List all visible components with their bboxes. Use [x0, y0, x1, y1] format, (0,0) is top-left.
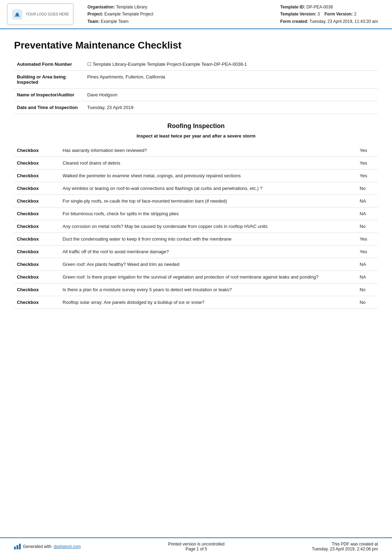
checklist-value: Yes: [357, 170, 378, 182]
info-row: Date and Time of Inspection Tuesday, 23 …: [14, 101, 378, 114]
info-label: Automated Form Number: [14, 58, 84, 71]
checklist-value: NA: [357, 208, 378, 220]
checklist-row: Checkbox Green roof: Is there proper irr…: [14, 271, 378, 283]
template-version-value: 3: [317, 12, 320, 17]
header: YOUR LOGO GOES HERE Organisation: Templa…: [0, 0, 392, 29]
checklist-value: NA: [357, 195, 378, 208]
checklist-description: For bituminous roofs, check for splits i…: [60, 208, 357, 220]
dashpivot-icon: [14, 544, 21, 549]
checklist-description: Any wrinkles or tearing on roof-to-wall …: [60, 182, 357, 195]
checklist-value: No: [357, 296, 378, 309]
footer: Generated with dashpivot.com Printed ver…: [0, 537, 392, 555]
team-value: Example Team: [101, 19, 129, 24]
template-id-label: Template ID:: [280, 5, 305, 9]
checklist-type: Checkbox: [14, 220, 60, 233]
checklist-description: For single-ply roofs, re-caulk the top o…: [60, 195, 357, 208]
checklist-row: Checkbox Duct the condensating water to …: [14, 233, 378, 245]
info-value: Tuesday, 23 April 2019: [84, 101, 378, 114]
info-row: Name of Inspector/Auditor Dave Hodgson: [14, 89, 378, 101]
org-label: Organisation:: [88, 5, 115, 9]
checklist-value: No: [357, 182, 378, 195]
checklist-description: Green roof: Are plants healthy? Weed and…: [60, 258, 357, 271]
template-id-value: DP-PEA-0038: [307, 5, 333, 9]
org-value: Template Library: [116, 5, 147, 9]
header-meta: Organisation: Template Library Project: …: [88, 4, 378, 25]
logo-icon: [12, 9, 23, 20]
checklist-value: NA: [357, 271, 378, 283]
generated-text: Generated with: [23, 544, 51, 549]
logo-area: YOUR LOGO GOES HERE: [7, 4, 73, 25]
form-version-value: 2: [354, 12, 356, 17]
checklist-row: Checkbox All traffic off of the roof to …: [14, 245, 378, 258]
checklist-description: Has warranty information been reviewed?: [60, 144, 357, 157]
checklist-type: Checkbox: [14, 170, 60, 182]
checklist-row: Checkbox Cleared roof drains of debris Y…: [14, 157, 378, 170]
checklist-type: Checkbox: [14, 233, 60, 245]
checklist-description: Cleared roof drains of debris: [60, 157, 357, 170]
checklist-row: Checkbox Any wrinkles or tearing on roof…: [14, 182, 378, 195]
checklist-type: Checkbox: [14, 157, 60, 170]
checklist-description: Green roof: Is there proper irrigation f…: [60, 271, 357, 283]
checklist-type: Checkbox: [14, 144, 60, 157]
dashpivot-link[interactable]: dashpivot.com: [53, 544, 81, 549]
checklist-row: Checkbox Is there a plan for a moisture …: [14, 283, 378, 296]
info-row: Building or Area being Inspected Pines A…: [14, 71, 378, 89]
checklist-description: Is there a plan for a moisture survey ev…: [60, 283, 357, 296]
info-value: ☐ Template Library-Example Template Proj…: [84, 58, 378, 71]
section-title: Roofing Inspection: [14, 122, 378, 130]
checklist-type: Checkbox: [14, 182, 60, 195]
checklist-description: Any corrosion on metal roofs? May be cau…: [60, 220, 357, 233]
checklist-row: Checkbox For single-ply roofs, re-caulk …: [14, 195, 378, 208]
checklist-type: Checkbox: [14, 271, 60, 283]
checklist-type: Checkbox: [14, 258, 60, 271]
checklist-description: All traffic off of the roof to avoid mem…: [60, 245, 357, 258]
uncontrolled-text: Printed version is uncontrolled: [168, 542, 225, 547]
section-subtitle: Inspect at least twice per year and afte…: [14, 133, 378, 139]
info-row: Automated Form Number ☐ Template Library…: [14, 58, 378, 71]
header-meta-right: Template ID: DP-PEA-0038 Template Versio…: [280, 4, 378, 25]
header-meta-left: Organisation: Template Library Project: …: [88, 4, 266, 25]
checklist-value: Yes: [357, 233, 378, 245]
info-label: Building or Area being Inspected: [14, 71, 84, 89]
info-value: Dave Hodgson: [84, 89, 378, 101]
document-title: Preventative Maintenance Checklist: [14, 40, 378, 51]
checklist-value: NA: [357, 258, 378, 271]
checklist-value: Yes: [357, 157, 378, 170]
checklist-type: Checkbox: [14, 195, 60, 208]
checklist-type: Checkbox: [14, 245, 60, 258]
checklist-table: Checkbox Has warranty information been r…: [14, 144, 378, 309]
form-version-label: Form Version:: [324, 12, 353, 17]
form-created-value: Tuesday, 23 April 2019, 11:43:20 am: [309, 19, 378, 24]
footer-left: Generated with dashpivot.com: [14, 544, 81, 549]
project-value: Example Template Project: [104, 12, 153, 17]
info-value: Pines Apartments, Fullerton, California: [84, 71, 378, 89]
logo-text: YOUR LOGO GOES HERE: [26, 12, 69, 16]
checklist-description: Rooftop solar array: Are panels dislodge…: [60, 296, 357, 309]
form-created-label: Form created:: [280, 19, 308, 24]
checklist-value: No: [357, 220, 378, 233]
info-label: Date and Time of Inspection: [14, 101, 84, 114]
svg-point-1: [16, 13, 19, 16]
template-version-label: Template Version:: [280, 12, 316, 17]
checklist-row: Checkbox Has warranty information been r…: [14, 144, 378, 157]
checklist-value: Yes: [357, 245, 378, 258]
info-table: Automated Form Number ☐ Template Library…: [14, 58, 378, 114]
checklist-description: Walked the perimeter to examine sheet me…: [60, 170, 357, 182]
page-text: Page 1 of 5: [168, 547, 225, 551]
main-content: Preventative Maintenance Checklist Autom…: [0, 29, 392, 537]
checklist-row: Checkbox Walked the perimeter to examine…: [14, 170, 378, 182]
pdf-created-label: This PDF was created at: [312, 542, 378, 547]
footer-right: This PDF was created at Tuesday, 23 Apri…: [312, 542, 378, 551]
checklist-value: No: [357, 283, 378, 296]
pdf-created-value: Tuesday, 23 April 2019, 2:42:06 pm: [312, 547, 378, 551]
checklist-type: Checkbox: [14, 283, 60, 296]
project-label: Project:: [88, 12, 103, 17]
footer-center: Printed version is uncontrolled Page 1 o…: [168, 542, 225, 551]
checklist-type: Checkbox: [14, 208, 60, 220]
checklist-type: Checkbox: [14, 296, 60, 309]
team-label: Team:: [88, 19, 99, 24]
checklist-row: Checkbox Rooftop solar array: Are panels…: [14, 296, 378, 309]
checklist-description: Duct the condensating water to keep it f…: [60, 233, 357, 245]
checklist-value: Yes: [357, 144, 378, 157]
checklist-row: Checkbox For bituminous roofs, check for…: [14, 208, 378, 220]
